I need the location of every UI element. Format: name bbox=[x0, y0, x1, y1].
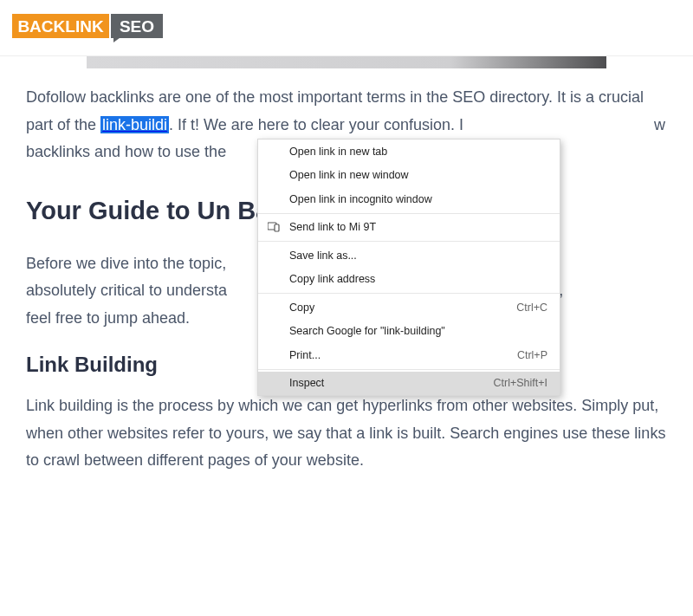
ctx-item-label: Copy link address bbox=[289, 273, 547, 285]
ctx-item-label: Open link in new window bbox=[289, 169, 547, 181]
text-fragment: feel free to jump ahead. bbox=[26, 309, 190, 327]
ctx-separator bbox=[258, 213, 560, 214]
ctx-item-label: Inspect bbox=[289, 377, 481, 389]
ctx-open-incognito[interactable]: Open link in incognito window bbox=[258, 187, 560, 211]
ctx-item-label: Copy bbox=[289, 302, 504, 314]
logo-text-left: BACKLINK bbox=[17, 17, 103, 36]
ctx-separator bbox=[258, 369, 560, 370]
ctx-item-label: Print... bbox=[289, 349, 505, 361]
site-logo[interactable]: BACKLINK SEO bbox=[12, 9, 164, 43]
ctx-search-google[interactable]: Search Google for "link-building" bbox=[258, 320, 560, 344]
text-fragment: absolutely critical to understa bbox=[26, 282, 227, 299]
ctx-item-label: Send link to Mi 9T bbox=[289, 221, 547, 233]
ctx-copy[interactable]: Copy Ctrl+C bbox=[258, 295, 560, 320]
logo-text-right: SEO bbox=[120, 17, 154, 36]
selected-link-text: link-buildi bbox=[100, 116, 169, 133]
paragraph-link-building: Link building is the process by which we… bbox=[26, 392, 667, 475]
ctx-separator bbox=[258, 293, 560, 294]
ctx-open-new-tab[interactable]: Open link in new tab bbox=[258, 139, 560, 164]
text-fragment: Before we dive into the topic, bbox=[26, 255, 226, 272]
ctx-separator bbox=[258, 241, 560, 242]
ctx-open-new-window[interactable]: Open link in new window bbox=[258, 164, 560, 188]
ctx-shortcut: Ctrl+P bbox=[505, 349, 547, 361]
ctx-item-label: Open link in new tab bbox=[289, 146, 547, 158]
ctx-item-label: Save link as... bbox=[289, 250, 547, 262]
ctx-shortcut: Ctrl+C bbox=[504, 302, 547, 314]
ctx-shortcut: Ctrl+Shift+I bbox=[481, 377, 547, 389]
context-menu: Open link in new tab Open link in new wi… bbox=[257, 139, 560, 396]
hero-image-strip bbox=[87, 56, 606, 68]
text-fragment: . If t! We are here to clear your confus… bbox=[169, 116, 468, 133]
backlinkseo-logo-icon: BACKLINK SEO bbox=[12, 9, 164, 43]
ctx-copy-link-address[interactable]: Copy link address bbox=[258, 268, 560, 292]
link-building-link[interactable]: link-buildi bbox=[100, 116, 169, 133]
ctx-print[interactable]: Print... Ctrl+P bbox=[258, 343, 560, 367]
ctx-item-label: Open link in incognito window bbox=[289, 193, 547, 205]
ctx-inspect[interactable]: Inspect Ctrl+Shift+I bbox=[258, 372, 560, 396]
site-header: BACKLINK SEO bbox=[0, 0, 693, 56]
svg-rect-4 bbox=[275, 224, 279, 231]
ctx-save-link-as[interactable]: Save link as... bbox=[258, 243, 560, 268]
ctx-send-to-device[interactable]: Send link to Mi 9T bbox=[258, 216, 560, 240]
ctx-item-label: Search Google for "link-building" bbox=[289, 325, 547, 337]
devices-icon bbox=[267, 220, 281, 234]
